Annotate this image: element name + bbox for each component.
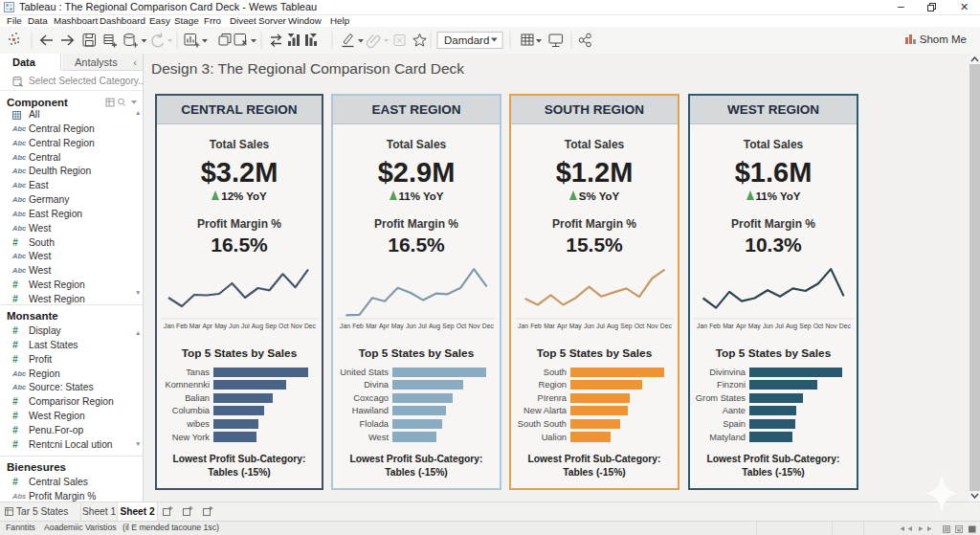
svg-text:Damdard: Damdard	[444, 34, 489, 46]
